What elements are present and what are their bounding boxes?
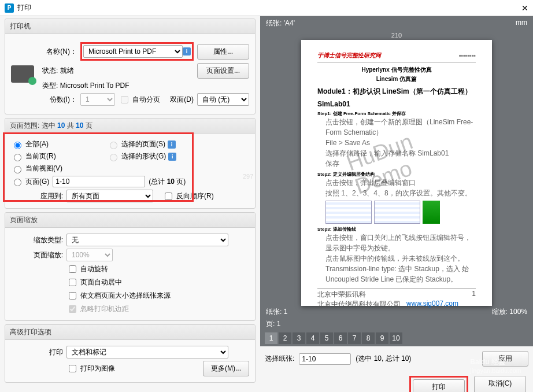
page-setup-button[interactable]: 页面设置... <box>197 63 249 79</box>
ruler-width: 210 <box>260 31 533 40</box>
page-nav-2[interactable]: 2 <box>279 332 291 344</box>
doc-step2: Step2: 定义并编辑层叠结构 <box>317 171 476 177</box>
more-button[interactable]: 更多(M)... <box>203 361 249 376</box>
collate-checkbox[interactable]: 自动分页 <box>119 94 160 105</box>
print-what-select[interactable]: 文档和标记 <box>66 346 228 358</box>
range-selected-pages-radio[interactable]: 选择的页面(S) i <box>107 139 176 149</box>
printer-name-select[interactable]: Microsoft Print to PDF <box>83 45 183 58</box>
page-nav-1[interactable]: 1 <box>265 332 277 344</box>
range-header: 页面范围: 选中 10 共 10 页 <box>5 119 255 134</box>
cancel-button[interactable]: 取消(C) <box>474 376 526 392</box>
printer-section: 打印机 名称(N)： Microsoft Print to PDF i <box>5 19 256 114</box>
doc-chart <box>325 201 476 224</box>
print-button[interactable]: 打印 <box>413 379 465 392</box>
range-pages-total: (总计 10 页) <box>149 177 186 187</box>
select-paper-input[interactable] <box>299 353 351 365</box>
print-what-label: 打印 <box>11 347 63 357</box>
page-nav-10[interactable]: 10 <box>390 332 402 344</box>
printer-name-label: 名称(N)： <box>42 47 77 57</box>
auto-center-checkbox[interactable]: 页面自动居中 <box>66 277 249 288</box>
apply-button[interactable]: 应用 <box>482 351 528 367</box>
reverse-checkbox[interactable]: 反向顺序(R) <box>162 191 214 202</box>
apply-to-label: 应用到: <box>11 191 63 201</box>
preview-panel: 纸张: 'A4' mm 210 297 于博士信号完整性研究网 ■■■■■■■■… <box>260 16 533 392</box>
select-paper-label: 选择纸张: <box>265 354 294 364</box>
auto-rotate-checkbox[interactable]: 自动旋转 <box>66 264 249 275</box>
page-nav-9[interactable]: 9 <box>376 332 388 344</box>
close-icon[interactable]: ✕ <box>521 3 528 13</box>
doc-module: Module1：初步认识 LineSim（第一个仿真工程） <box>317 87 476 97</box>
info-icon[interactable]: i <box>168 140 176 149</box>
page-nav-6[interactable]: 6 <box>334 332 347 344</box>
doc-simlab: SimLab01 <box>317 100 476 108</box>
preview-unit: mm <box>516 19 527 28</box>
info-icon[interactable]: i <box>183 47 191 56</box>
advanced-section: 高级打印选项 打印 文档和标记 打印为图像 更多(M)... <box>5 324 256 383</box>
page-nav-8[interactable]: 8 <box>362 332 375 344</box>
range-pages-radio[interactable]: 页面(G) <box>11 177 49 187</box>
preview-paper-label: 纸张: 'A4' <box>266 19 295 28</box>
printer-status: 状态: 就绪 <box>42 66 74 76</box>
range-current-radio[interactable]: 当前页(R) <box>11 151 103 161</box>
page-nav: 12345678910 <box>260 330 533 346</box>
doc-logo: 于博士信号完整性研究网 <box>317 51 381 60</box>
page-indicator: 页: 1 <box>266 320 280 328</box>
zoom-section: 页面缩放 缩放类型: 无 页面缩放: 100% 自动旋转 页面自动居中 依文档页… <box>5 212 256 321</box>
page-zoom-select[interactable]: 100% <box>66 249 113 261</box>
duplex-select[interactable]: 自动 (无) <box>197 93 249 106</box>
doc-step1: Step1: 创建 Free-Form Schematic 并保存 <box>317 110 476 117</box>
range-pages-input[interactable] <box>53 176 145 187</box>
preview-zoom: 缩放: 100% <box>492 307 527 317</box>
preview-page: 于博士信号完整性研究网 ■■■■■■■■ Hyperlynx 信号完整性仿真 L… <box>301 40 492 306</box>
info-icon[interactable]: i <box>168 153 176 161</box>
by-doc-paper-checkbox[interactable]: 依文档页面大小选择纸张来源 <box>66 290 249 301</box>
copies-select[interactable]: 1 <box>80 93 115 106</box>
printer-icon <box>11 65 34 83</box>
app-icon: P <box>5 3 14 13</box>
apply-to-select[interactable]: 所有页面 <box>66 190 153 202</box>
doc-title1: Hyperlynx 信号完整性仿真 <box>317 66 476 74</box>
select-paper-summary: (选中 10, 总计 10) <box>356 354 411 364</box>
doc-step3: Step3: 添加传输线 <box>317 226 476 232</box>
page-zoom-label: 页面缩放: <box>11 250 63 260</box>
range-all-radio[interactable]: 全部(A) <box>11 139 103 149</box>
printer-type: 类型: Microsoft Print To PDF <box>42 81 129 91</box>
copies-label: 份数(I)： <box>42 95 77 105</box>
page-nav-3[interactable]: 3 <box>293 332 305 344</box>
ignore-margin-checkbox: 忽略打印机边距 <box>66 304 249 315</box>
window-title: 打印 <box>17 3 31 13</box>
range-selected-shapes-radio[interactable]: 选择的形状(G) i <box>107 151 176 161</box>
range-section: 页面范围: 选中 10 共 10 页 全部(A) 选择的页面(S) i 当前页(… <box>5 118 256 209</box>
zoom-header: 页面缩放 <box>5 213 255 228</box>
duplex-label: 双面(D) <box>170 95 194 105</box>
range-current-view-radio[interactable]: 当前视图(V) <box>11 164 62 173</box>
printer-header: 打印机 <box>5 19 255 34</box>
titlebar: P 打印 ✕ <box>0 0 533 16</box>
properties-button[interactable]: 属性... <box>197 44 249 60</box>
zoom-type-label: 缩放类型: <box>11 235 63 245</box>
page-nav-7[interactable]: 7 <box>348 332 361 344</box>
doc-title2: Linesim 仿真篇 <box>317 75 476 83</box>
page-nav-5[interactable]: 5 <box>320 332 333 344</box>
advanced-header: 高级打印选项 <box>5 325 255 340</box>
paper-count: 纸张: 1 <box>266 307 287 317</box>
zoom-type-select[interactable]: 无 <box>66 234 228 246</box>
print-as-image-checkbox[interactable]: 打印为图像 <box>66 363 115 374</box>
page-nav-4[interactable]: 4 <box>306 332 319 344</box>
ruler-height: 297 <box>243 173 253 180</box>
